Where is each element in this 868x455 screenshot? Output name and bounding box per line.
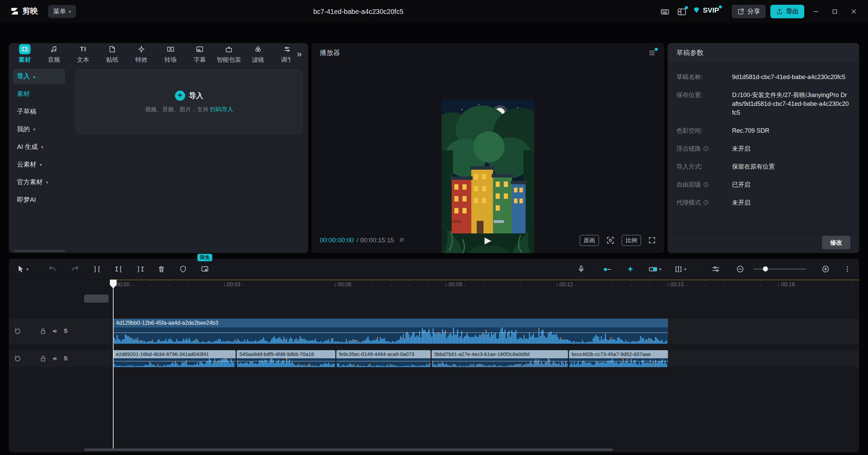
media-tab-icon-9	[283, 44, 291, 54]
menu-button[interactable]: 菜单 ▾	[48, 5, 76, 18]
draft-field-value: 未开启	[732, 144, 850, 153]
track-lock-icon[interactable]	[39, 355, 47, 362]
sidebar-item-3[interactable]: 我的▾	[13, 122, 65, 137]
media-library-panel: 素材音频TI文本贴纸特效转场字幕智能包装滤镜调节 » 导入▴素材子草稿我的▾AI…	[9, 43, 308, 253]
focus-frame-icon[interactable]	[606, 236, 615, 245]
media-tab-1[interactable]: 音频	[39, 44, 68, 64]
maximize-button[interactable]	[828, 5, 842, 18]
scan-import-link[interactable]: 扫码导入	[210, 106, 233, 113]
close-button[interactable]	[847, 5, 861, 18]
track-solo-button[interactable]: S	[64, 328, 67, 335]
media-tab-4[interactable]: 特效	[127, 44, 156, 64]
sidebar-item-6[interactable]: 官方素材▾	[13, 175, 65, 190]
preview-image	[441, 99, 534, 253]
more-tabs-button[interactable]: »	[291, 43, 308, 65]
info-icon[interactable]	[703, 180, 709, 187]
track-cycle-icon[interactable]	[14, 327, 22, 335]
player-menu-icon[interactable]	[648, 49, 656, 56]
delete-left-icon[interactable]: I[	[115, 265, 123, 273]
frame-view-icon[interactable]	[399, 237, 406, 243]
mask-icon[interactable]	[179, 265, 187, 273]
timeline-panel: ▾ ][ I[ ]I 限免 ▾	[9, 259, 859, 452]
timeline-tracks-area: S S 4d129bb0-12b6-45fa-aa4d-a2de2bee24b3…	[9, 291, 859, 452]
audio-clip[interactable]: 545aa9dd-bdf9-4fd8-9dbb-70a18	[237, 350, 335, 367]
sidebar-item-0[interactable]: 导入▴	[13, 69, 65, 84]
modify-button[interactable]: 修改	[822, 236, 850, 249]
draft-field-label: 自由层级	[676, 180, 732, 189]
media-tab-7[interactable]: 智能包装	[214, 44, 243, 64]
media-tab-3[interactable]: 贴纸	[98, 44, 127, 64]
sidebar-item-1[interactable]: 素材	[13, 87, 65, 101]
media-sidebar: 导入▴素材子草稿我的▾AI 生成▾云素材▾官方素材▾即梦AI	[9, 65, 69, 253]
media-tab-8[interactable]: 滤镜	[243, 44, 273, 64]
track-magnet-icon[interactable]: ▾	[674, 265, 687, 273]
cover-chip[interactable]	[84, 295, 108, 303]
audio-clip[interactable]: 4d129bb0-12b6-45fa-aa4d-a2de2bee24b3	[113, 319, 668, 344]
sidebar-item-2[interactable]: 子草稿	[13, 104, 65, 119]
fullscreen-icon[interactable]	[648, 236, 656, 244]
media-tab-5[interactable]: 转场	[156, 44, 185, 64]
audio-clip[interactable]: fe9c35ec-0149-4464-aca9-0a073	[336, 350, 431, 367]
ratio-button[interactable]: 比例	[622, 235, 641, 246]
import-dropzone[interactable]: + 导入 视频、音频、图片，支持 扫码导入	[75, 70, 303, 134]
play-button[interactable]: ▶	[485, 235, 491, 246]
preview-axis-icon[interactable]	[603, 265, 612, 273]
share-button[interactable]: 分享	[732, 5, 766, 18]
delete-button[interactable]	[157, 265, 165, 273]
slider-knob[interactable]	[763, 266, 768, 271]
timeline-ruler[interactable]: 00:0000:0300:0600:0900:1200:1500:18	[9, 280, 859, 291]
timeline-toolbar: ▾ ][ I[ ]I 限免 ▾	[9, 259, 859, 280]
smart-pack-icon[interactable]	[201, 265, 209, 273]
audio-clip[interactable]: 5bbd7b91-a27e-4ec3-b1ae-180f2c8a0d9d	[432, 350, 568, 367]
timeline-scrollbar[interactable]	[84, 449, 613, 451]
media-tabbar: 素材音频TI文本贴纸特效转场字幕智能包装滤镜调节	[9, 43, 308, 65]
adjust-tracks-icon[interactable]	[711, 265, 720, 273]
sidebar-item-5[interactable]: 云素材▾	[13, 157, 65, 172]
zoom-in-icon[interactable]	[821, 265, 830, 273]
svip-badge[interactable]: SVIP	[692, 6, 719, 14]
auto-snap-icon[interactable]	[626, 265, 635, 273]
split-clip-icon[interactable]: ][	[93, 265, 101, 273]
redo-button[interactable]	[71, 265, 79, 273]
sidebar-scrollbar[interactable]	[14, 250, 65, 252]
info-icon[interactable]	[703, 198, 709, 205]
time-separator: /	[356, 236, 358, 244]
track-mute-icon[interactable]	[52, 327, 59, 335]
linkage-toggle[interactable]: ▾	[648, 265, 662, 273]
draft-panel-title: 草稿参数	[668, 43, 859, 62]
video-preview[interactable]	[441, 99, 534, 253]
track-mute-icon[interactable]	[52, 355, 59, 362]
more-options-icon[interactable]	[844, 265, 851, 273]
sidebar-item-7[interactable]: 即梦AI	[13, 192, 65, 207]
media-tab-icon-5	[166, 44, 175, 54]
playhead[interactable]	[113, 280, 114, 449]
track-cycle-icon[interactable]	[14, 355, 22, 363]
undo-button[interactable]	[48, 265, 57, 273]
original-quality-button[interactable]: 原画	[579, 235, 599, 246]
info-icon[interactable]	[703, 144, 709, 151]
export-icon	[776, 8, 783, 15]
media-tab-icon-7	[225, 44, 233, 54]
chevron-down-icon: ▾	[40, 162, 42, 167]
track-solo-button[interactable]: S	[64, 355, 67, 362]
draft-field-5: 自由层级已开启	[668, 180, 859, 189]
player-panel: 播放器	[312, 43, 664, 253]
record-voice-icon[interactable]	[577, 265, 585, 273]
timeline-zoom-slider[interactable]	[753, 268, 806, 270]
export-button[interactable]: 导出	[770, 5, 804, 18]
zoom-out-icon[interactable]	[736, 265, 745, 273]
layout-switch-icon[interactable]	[677, 7, 686, 16]
delete-right-icon[interactable]: ]I	[136, 265, 144, 273]
media-tab-6[interactable]: 字幕	[185, 44, 214, 64]
audio-clip[interactable]: e2d89201-16bd-4b34-8796-341ad043f41	[113, 350, 236, 367]
track-header-2: S	[9, 350, 111, 367]
select-tool-button[interactable]: ▾	[17, 265, 29, 273]
sidebar-item-4[interactable]: AI 生成▾	[13, 139, 65, 154]
minimize-button[interactable]	[809, 5, 823, 18]
media-tab-2[interactable]: TI文本	[68, 44, 98, 64]
draft-field-label: 浮点链路	[676, 144, 732, 153]
shortcut-keyboard-icon[interactable]	[660, 7, 669, 16]
media-tab-0[interactable]: 素材	[10, 44, 39, 64]
track-lock-icon[interactable]	[39, 327, 47, 335]
audio-clip[interactable]: bccc462b-cc73-45a7-9d52-d37aaa	[569, 350, 668, 367]
